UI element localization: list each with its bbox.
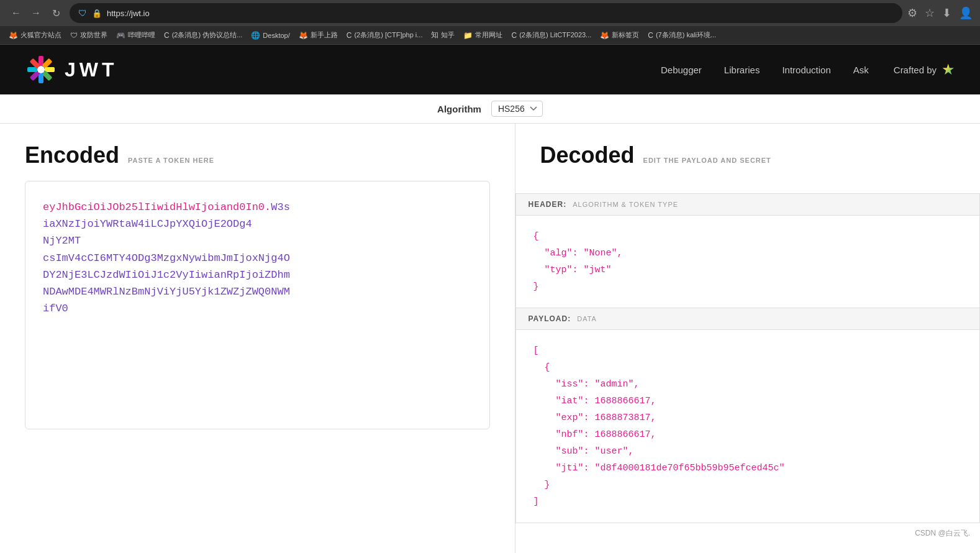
header-panel-header: HEADER: ALGORITHM & TOKEN TYPE	[516, 194, 980, 216]
bookmark-label: Desktop/	[263, 32, 289, 39]
bookmark-star-icon[interactable]: ☆	[925, 6, 935, 20]
download-icon[interactable]: ⬇	[942, 6, 951, 20]
bookmark-item[interactable]: 📁常用网址	[460, 29, 506, 41]
jwt-part2: W3siaXNzIjoiYWRtaW4iLCJpYXQiOjE2ODg4NjY2…	[43, 201, 290, 314]
jwt-logo-icon	[25, 53, 57, 86]
bookmark-item[interactable]: 🦊新手上路	[295, 29, 342, 41]
algorithm-bar: Algorithm HS256 HS384 HS512 RS256 RS384 …	[0, 94, 980, 124]
bookmark-icon: 🛡	[70, 31, 78, 40]
bookmark-label: (2条消息) 伪协议总结...	[172, 30, 243, 40]
jwt-token-display: eyJhbGciOiJOb25lIiwidHlwIjoiand0In0.W3si…	[43, 199, 472, 317]
bookmark-label: 知乎	[441, 30, 455, 40]
nav-ask[interactable]: Ask	[853, 65, 869, 75]
extensions-icon[interactable]: ⚙	[907, 6, 917, 20]
main-content: Encoded PASTE A TOKEN HERE eyJhbGciOiJOb…	[0, 124, 980, 553]
decoded-header-area: Decoded EDIT THE PAYLOAD AND SECRET	[515, 142, 981, 193]
browser-toolbar: ← → ↻ 🛡 🔒 https://jwt.io ⚙ ☆ ⬇ 👤	[0, 0, 980, 26]
bookmark-label: 新标签页	[612, 30, 639, 40]
nav-debugger[interactable]: Debugger	[661, 65, 702, 75]
bookmark-icon: 🦊	[299, 31, 308, 40]
encoded-section: Encoded PASTE A TOKEN HERE eyJhbGciOiJOb…	[0, 124, 515, 553]
back-button[interactable]: ←	[7, 4, 25, 22]
forward-button[interactable]: →	[27, 4, 45, 22]
bookmark-icon: 知	[431, 30, 438, 40]
bookmark-item[interactable]: C(7条消息) kali环境...	[644, 29, 720, 41]
jwt-part1: eyJhbGciOiJOb25lIiwidHlwIjoiand0In0.	[43, 201, 271, 213]
payload-panel-body[interactable]: [ { "iss": "admin", "iat": 1688866617, "…	[516, 330, 980, 523]
algorithm-select[interactable]: HS256 HS384 HS512 RS256 RS384 RS512	[491, 101, 543, 117]
site-nav: Debugger Libraries Introduction Ask	[661, 65, 869, 75]
bookmark-item[interactable]: 🎮哔哩哔哩	[112, 29, 159, 41]
bookmark-item[interactable]: C(2条消息) 伪协议总结...	[160, 29, 246, 41]
url-text: https://jwt.io	[107, 9, 894, 18]
bookmark-label: 攻防世界	[80, 30, 107, 40]
nav-buttons: ← → ↻	[7, 4, 65, 22]
bookmark-item[interactable]: 🛡攻防世界	[66, 29, 111, 41]
payload-panel-sub: DATA	[577, 315, 597, 322]
encoded-title: Encoded	[25, 142, 119, 168]
bookmark-label: (2条消息) LitCTF2023...	[519, 30, 591, 40]
lock-icon: 🔒	[92, 9, 102, 18]
algorithm-label: Algorithm	[437, 104, 481, 114]
footer-note: CSDN @白云飞.	[515, 523, 981, 544]
bookmark-item[interactable]: 🌐Desktop/	[247, 30, 293, 41]
bookmark-label: (2条消息) [CTF]php i...	[354, 30, 422, 40]
logo-area: JWT	[25, 53, 661, 86]
bookmark-item[interactable]: 🦊火狐官方站点	[5, 29, 65, 41]
payload-panel: PAYLOAD: DATA [ { "iss": "admin", "iat":…	[515, 308, 981, 523]
bookmark-icon: C	[648, 31, 653, 40]
bookmark-icon: 📁	[463, 31, 473, 40]
nav-introduction[interactable]: Introduction	[782, 65, 830, 75]
encoded-subtitle: PASTE A TOKEN HERE	[128, 157, 214, 164]
bookmark-item[interactable]: 知知乎	[427, 29, 458, 42]
encoded-box[interactable]: eyJhbGciOiJOb25lIiwidHlwIjoiand0In0.W3si…	[25, 181, 490, 429]
header-panel-sub: ALGORITHM & TOKEN TYPE	[573, 201, 678, 208]
bookmark-label: 哔哩哔哩	[128, 30, 155, 40]
bookmark-label: 火狐官方站点	[20, 30, 61, 40]
logo-text: JWT	[65, 58, 118, 81]
crafted-star-icon: ★	[941, 61, 955, 78]
bookmark-icon: 🎮	[116, 31, 125, 40]
bookmark-icon: 🦊	[600, 31, 609, 40]
bookmark-icon: 🌐	[251, 31, 260, 40]
crafted-by: Crafted by ★	[894, 61, 955, 78]
toolbar-icons: ⚙ ☆ ⬇ 👤	[907, 6, 973, 20]
bookmark-icon: C	[511, 31, 517, 40]
shield-icon: 🛡	[78, 8, 87, 18]
bookmark-icon: 🦊	[9, 31, 18, 40]
bookmark-label: (7条消息) kali环境...	[656, 30, 716, 40]
bookmarks-bar: 🦊火狐官方站点🛡攻防世界🎮哔哩哔哩C(2条消息) 伪协议总结...🌐Deskto…	[0, 26, 980, 45]
browser-chrome: ← → ↻ 🛡 🔒 https://jwt.io ⚙ ☆ ⬇ 👤 🦊火狐官方站点…	[0, 0, 980, 45]
crafted-by-label: Crafted by	[894, 65, 937, 75]
decoded-title: Decoded	[540, 142, 635, 168]
payload-panel-header: PAYLOAD: DATA	[516, 308, 980, 330]
nav-libraries[interactable]: Libraries	[724, 65, 760, 75]
reload-button[interactable]: ↻	[47, 4, 65, 22]
bookmark-label: 新手上路	[311, 30, 338, 40]
bookmark-icon: C	[347, 31, 352, 40]
header-panel-body[interactable]: { "alg": "None", "typ": "jwt" }	[516, 216, 980, 308]
header-panel: HEADER: ALGORITHM & TOKEN TYPE { "alg": …	[515, 193, 981, 308]
bookmark-item[interactable]: C(2条消息) LitCTF2023...	[507, 29, 595, 41]
profile-icon[interactable]: 👤	[959, 6, 973, 20]
decoded-title-area: Decoded EDIT THE PAYLOAD AND SECRET	[540, 142, 956, 168]
decoded-section: Decoded EDIT THE PAYLOAD AND SECRET HEAD…	[515, 124, 981, 553]
site-header: JWT Debugger Libraries Introduction Ask …	[0, 45, 980, 94]
bookmark-icon: C	[164, 31, 170, 40]
bookmark-item[interactable]: 🦊新标签页	[596, 29, 643, 41]
encoded-title-area: Encoded PASTE A TOKEN HERE	[25, 142, 490, 168]
header-panel-label: HEADER:	[529, 200, 567, 209]
address-bar[interactable]: 🛡 🔒 https://jwt.io	[70, 3, 902, 23]
svg-point-8	[37, 66, 45, 73]
bookmark-item[interactable]: C(2条消息) [CTF]php i...	[343, 29, 427, 41]
decoded-subtitle: EDIT THE PAYLOAD AND SECRET	[643, 157, 771, 164]
payload-panel-label: PAYLOAD:	[529, 314, 571, 323]
bookmark-label: 常用网址	[475, 30, 502, 40]
